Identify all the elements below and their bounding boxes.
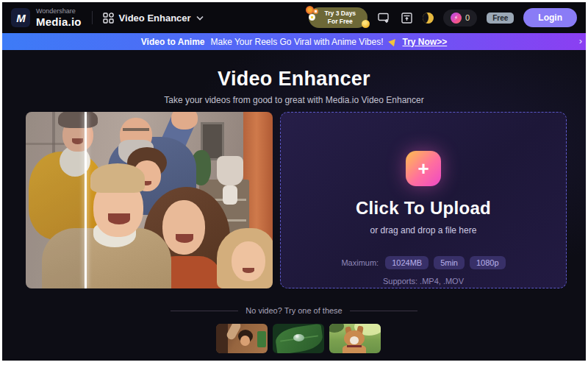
before-side-overlay	[26, 112, 85, 288]
sample-video-corgi-dog[interactable]	[329, 324, 381, 353]
credits-counter[interactable]: ⚡ 0	[443, 10, 477, 26]
comparison-divider-handle[interactable]	[85, 112, 87, 288]
coin-icon	[362, 20, 370, 28]
page-subtitle: Take your videos from good to great with…	[2, 95, 586, 105]
brand-company: Wondershare	[36, 8, 82, 15]
limits-label: Maximum:	[341, 258, 379, 267]
navbar-actions: Try 3 Days For Free ⚡ 0	[309, 7, 577, 27]
screencast-download-icon[interactable]	[377, 11, 390, 24]
credits-count: 0	[465, 13, 470, 22]
thumb-art	[347, 345, 362, 347]
lamp-base	[223, 185, 237, 205]
grandpa-hand	[171, 112, 198, 130]
thumb-art	[240, 336, 250, 346]
feedback-icon[interactable]	[400, 11, 413, 24]
logo-glyph: M	[16, 12, 25, 24]
banner-next-arrow[interactable]: ›	[579, 35, 582, 46]
brand-text: Wondershare Media.io	[36, 8, 82, 27]
nav-separator	[92, 11, 93, 24]
limit-size-pill: 1024MB	[385, 256, 429, 269]
woman-face	[162, 200, 205, 255]
sample-video-leaf-droplet[interactable]	[273, 324, 324, 353]
man-hair	[90, 163, 145, 193]
navbar: M Wondershare Media.io Video Enhancer	[2, 2, 586, 33]
lamp	[217, 156, 243, 185]
product-menu-label: Video Enhancer	[119, 13, 191, 24]
apps-grid-icon	[103, 13, 114, 24]
trial-offer-line1: Try 3 Days	[325, 10, 356, 18]
promo-banner[interactable]: Video to Anime Make Your Reels Go Viral …	[2, 33, 586, 50]
thumb-art	[350, 336, 359, 344]
woman-smile	[176, 234, 193, 243]
upload-title: Click To Upload	[356, 198, 491, 219]
flower-icon	[306, 6, 314, 14]
girl-smile	[243, 268, 254, 273]
upload-dropzone[interactable]: + Click To Upload or drag and drop a fil…	[280, 112, 567, 288]
man-smile	[108, 213, 130, 224]
girl-face	[232, 241, 265, 281]
supported-formats: Supports: .MP4, .MOV	[383, 277, 464, 286]
plus-glyph: +	[417, 159, 429, 178]
plan-badge: Free	[487, 13, 514, 24]
app-window: M Wondershare Media.io Video Enhancer	[2, 2, 586, 361]
limit-duration-pill: 5min	[434, 256, 465, 269]
sample-video-selfie-man[interactable]	[216, 324, 268, 353]
banner-message: Make Your Reels Go Viral with Anime Vibe…	[210, 37, 383, 47]
brand-product: Media.io	[36, 16, 82, 27]
login-button[interactable]: Login	[523, 8, 577, 27]
thumb-art	[216, 324, 228, 353]
before-after-preview[interactable]	[26, 112, 273, 288]
thumb-art	[257, 331, 266, 347]
samples-heading: No video? Try one of these	[2, 306, 586, 315]
theme-toggle-icon[interactable]	[423, 13, 434, 24]
wondershare-logo-icon: M	[11, 8, 30, 27]
upload-subtitle: or drag and drop a file here	[370, 225, 477, 235]
brand-logo[interactable]: M Wondershare Media.io	[11, 8, 82, 27]
banner-cta-link[interactable]: Try Now>>	[403, 37, 448, 47]
trial-offer-button[interactable]: Try 3 Days For Free	[309, 7, 368, 27]
samples-heading-text: No video? Try one of these	[245, 306, 342, 315]
flower-icon	[313, 9, 318, 14]
energy-coin-icon: ⚡	[451, 13, 462, 24]
limit-resolution-pill: 1080p	[470, 256, 506, 269]
page-title: Video Enhancer	[2, 68, 586, 91]
thumb-art	[293, 334, 304, 341]
party-popper-icon	[388, 37, 398, 46]
chevron-down-icon	[196, 15, 204, 21]
trial-offer-line2: For Free	[325, 18, 356, 26]
upload-limits: Maximum: 1024MB 5min 1080p	[341, 256, 505, 269]
banner-highlight: Video to Anime	[141, 37, 205, 47]
flower-icon	[309, 14, 315, 21]
grandpa-glasses	[123, 128, 149, 131]
upload-plus-icon[interactable]: +	[406, 151, 441, 186]
product-menu-dropdown[interactable]: Video Enhancer	[103, 13, 204, 24]
